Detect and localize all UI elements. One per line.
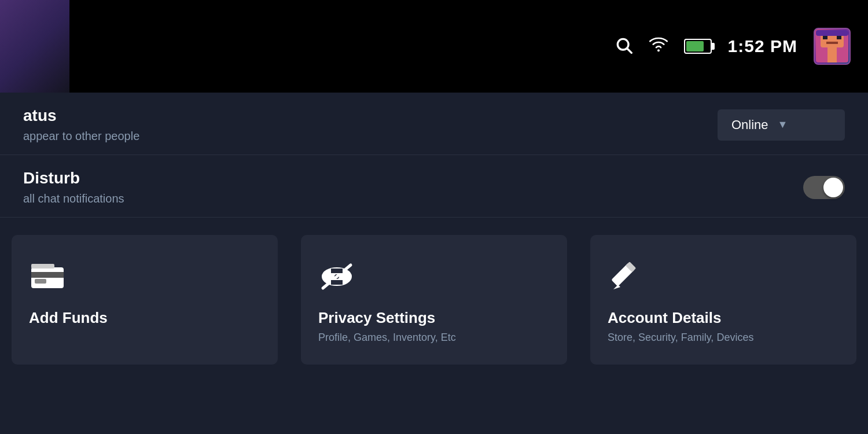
- battery-icon: [684, 39, 712, 54]
- dropdown-arrow-icon: ▼: [778, 119, 788, 131]
- svg-rect-13: [31, 272, 64, 278]
- account-details-subtitle: Store, Security, Family, Devices: [608, 332, 753, 344]
- dnd-subtitle: all chat notifications: [23, 192, 803, 205]
- status-section: atus appear to other people Online ▼: [0, 93, 868, 155]
- pencil-icon: [608, 258, 645, 297]
- dnd-toggle[interactable]: [803, 176, 845, 199]
- svg-point-2: [657, 49, 660, 52]
- cards-section: Add Funds Privacy Settings Profile, Game…: [0, 218, 868, 365]
- svg-rect-9: [827, 47, 837, 62]
- wallet-icon: [29, 258, 66, 297]
- dnd-title: Disturb: [23, 169, 803, 187]
- online-dropdown[interactable]: Online ▼: [718, 109, 845, 141]
- time-display: 1:52 PM: [728, 36, 797, 56]
- dnd-left: Disturb all chat notifications: [23, 169, 803, 205]
- wifi-icon: [649, 36, 668, 57]
- svg-rect-7: [826, 42, 838, 44]
- top-bar: 1:52 PM: [0, 0, 868, 93]
- main-content: atus appear to other people Online ▼ Dis…: [0, 93, 868, 434]
- eye-slash-icon: [318, 258, 355, 297]
- add-funds-card[interactable]: Add Funds: [12, 235, 278, 365]
- svg-rect-15: [31, 264, 54, 269]
- svg-rect-14: [35, 279, 46, 284]
- top-bar-accent: [0, 0, 69, 93]
- dnd-section: Disturb all chat notifications: [0, 155, 868, 218]
- svg-rect-21: [331, 280, 343, 285]
- privacy-settings-subtitle: Profile, Games, Inventory, Etc: [318, 332, 456, 344]
- status-title: atus: [23, 106, 718, 125]
- privacy-settings-title: Privacy Settings: [318, 309, 435, 327]
- status-subtitle: appear to other people: [23, 130, 718, 143]
- search-icon[interactable]: [615, 36, 633, 57]
- svg-rect-20: [331, 269, 343, 273]
- svg-line-1: [627, 49, 631, 53]
- toggle-knob: [823, 178, 843, 197]
- online-label: Online: [731, 117, 768, 133]
- privacy-settings-card[interactable]: Privacy Settings Profile, Games, Invento…: [301, 235, 567, 365]
- avatar[interactable]: [814, 28, 851, 65]
- add-funds-title: Add Funds: [29, 309, 108, 327]
- account-details-card[interactable]: Account Details Store, Security, Family,…: [590, 235, 856, 365]
- account-details-title: Account Details: [608, 309, 722, 327]
- status-left: atus appear to other people: [23, 106, 718, 143]
- svg-rect-8: [816, 30, 848, 36]
